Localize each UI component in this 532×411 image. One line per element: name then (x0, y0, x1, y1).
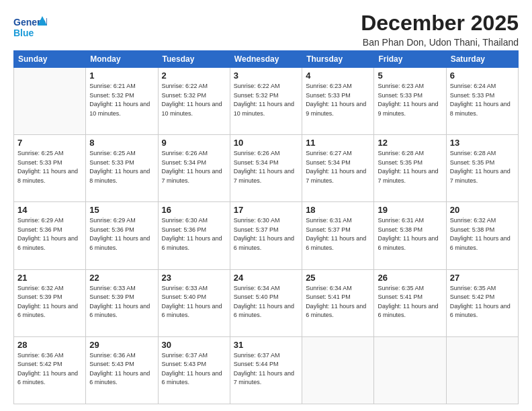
day-number: 25 (306, 273, 370, 283)
col-saturday: Saturday (446, 51, 518, 68)
day-info: Sunrise: 6:27 AMSunset: 5:34 PMDaylight:… (306, 150, 366, 184)
table-row: 10 Sunrise: 6:26 AMSunset: 5:34 PMDaylig… (230, 135, 302, 202)
table-row: 3 Sunrise: 6:22 AMSunset: 5:32 PMDayligh… (230, 68, 302, 135)
day-info: Sunrise: 6:31 AMSunset: 5:38 PMDaylight:… (378, 217, 438, 251)
day-info: Sunrise: 6:36 AMSunset: 5:43 PMDaylight:… (89, 352, 150, 386)
table-row: 14 Sunrise: 6:29 AMSunset: 5:36 PMDaylig… (14, 202, 86, 269)
table-row: 26 Sunrise: 6:35 AMSunset: 5:41 PMDaylig… (374, 269, 446, 336)
table-row: 29 Sunrise: 6:36 AMSunset: 5:43 PMDaylig… (86, 336, 158, 404)
day-info: Sunrise: 6:28 AMSunset: 5:35 PMDaylight:… (450, 150, 511, 184)
table-row (302, 336, 374, 404)
logo-svg: General Blue (13, 13, 47, 42)
day-info: Sunrise: 6:34 AMSunset: 5:40 PMDaylight:… (234, 285, 294, 319)
calendar-week-row: 21 Sunrise: 6:32 AMSunset: 5:39 PMDaylig… (14, 269, 519, 336)
table-row: 27 Sunrise: 6:35 AMSunset: 5:42 PMDaylig… (446, 269, 518, 336)
day-info: Sunrise: 6:21 AMSunset: 5:32 PMDaylight:… (89, 83, 150, 117)
day-info: Sunrise: 6:36 AMSunset: 5:42 PMDaylight:… (17, 352, 78, 386)
day-info: Sunrise: 6:35 AMSunset: 5:41 PMDaylight:… (378, 285, 438, 319)
table-row: 9 Sunrise: 6:26 AMSunset: 5:34 PMDayligh… (158, 135, 230, 202)
calendar-header-row: Sunday Monday Tuesday Wednesday Thursday… (14, 51, 519, 68)
day-number: 14 (17, 205, 82, 215)
table-row: 30 Sunrise: 6:37 AMSunset: 5:43 PMDaylig… (158, 336, 230, 404)
day-info: Sunrise: 6:30 AMSunset: 5:36 PMDaylight:… (162, 217, 222, 251)
day-info: Sunrise: 6:26 AMSunset: 5:34 PMDaylight:… (162, 150, 222, 184)
table-row: 23 Sunrise: 6:33 AMSunset: 5:40 PMDaylig… (158, 269, 230, 336)
day-number: 26 (378, 273, 442, 283)
col-sunday: Sunday (14, 51, 86, 68)
table-row: 21 Sunrise: 6:32 AMSunset: 5:39 PMDaylig… (14, 269, 86, 336)
day-number: 5 (378, 71, 442, 81)
table-row: 20 Sunrise: 6:32 AMSunset: 5:38 PMDaylig… (446, 202, 518, 269)
day-number: 2 (162, 71, 226, 81)
col-thursday: Thursday (302, 51, 374, 68)
day-number: 8 (89, 138, 154, 148)
day-info: Sunrise: 6:37 AMSunset: 5:44 PMDaylight:… (234, 352, 294, 386)
day-number: 29 (89, 340, 154, 350)
day-number: 16 (162, 205, 226, 215)
day-info: Sunrise: 6:23 AMSunset: 5:33 PMDaylight:… (378, 83, 438, 117)
day-number: 4 (306, 71, 370, 81)
table-row: 13 Sunrise: 6:28 AMSunset: 5:35 PMDaylig… (446, 135, 518, 202)
svg-text:Blue: Blue (13, 28, 34, 38)
calendar-subtitle: Ban Phan Don, Udon Thani, Thailand (361, 37, 519, 48)
table-row: 24 Sunrise: 6:34 AMSunset: 5:40 PMDaylig… (230, 269, 302, 336)
day-number: 7 (17, 138, 82, 148)
table-row: 7 Sunrise: 6:25 AMSunset: 5:33 PMDayligh… (14, 135, 86, 202)
day-info: Sunrise: 6:25 AMSunset: 5:33 PMDaylight:… (89, 150, 150, 184)
table-row: 18 Sunrise: 6:31 AMSunset: 5:37 PMDaylig… (302, 202, 374, 269)
day-info: Sunrise: 6:25 AMSunset: 5:33 PMDaylight:… (17, 150, 78, 184)
day-info: Sunrise: 6:33 AMSunset: 5:40 PMDaylight:… (162, 285, 222, 319)
day-number: 19 (378, 205, 442, 215)
table-row: 8 Sunrise: 6:25 AMSunset: 5:33 PMDayligh… (86, 135, 158, 202)
day-info: Sunrise: 6:22 AMSunset: 5:32 PMDaylight:… (162, 83, 222, 117)
day-info: Sunrise: 6:29 AMSunset: 5:36 PMDaylight:… (17, 217, 78, 251)
calendar-week-row: 14 Sunrise: 6:29 AMSunset: 5:36 PMDaylig… (14, 202, 519, 269)
table-row (374, 336, 446, 404)
calendar-table: Sunday Monday Tuesday Wednesday Thursday… (13, 50, 519, 404)
calendar-week-row: 28 Sunrise: 6:36 AMSunset: 5:42 PMDaylig… (14, 336, 519, 404)
day-number: 9 (162, 138, 226, 148)
day-info: Sunrise: 6:30 AMSunset: 5:37 PMDaylight:… (234, 217, 294, 251)
table-row: 12 Sunrise: 6:28 AMSunset: 5:35 PMDaylig… (374, 135, 446, 202)
day-info: Sunrise: 6:35 AMSunset: 5:42 PMDaylight:… (450, 285, 511, 319)
day-number: 3 (234, 71, 298, 81)
day-number: 21 (17, 273, 82, 283)
day-number: 12 (378, 138, 442, 148)
day-number: 27 (450, 273, 515, 283)
day-number: 11 (306, 138, 370, 148)
col-tuesday: Tuesday (158, 51, 230, 68)
day-number: 18 (306, 205, 370, 215)
day-number: 28 (17, 340, 82, 350)
day-number: 22 (89, 273, 154, 283)
calendar-title: December 2025 (361, 11, 519, 36)
logo: General Blue (13, 13, 47, 42)
calendar-week-row: 1 Sunrise: 6:21 AMSunset: 5:32 PMDayligh… (14, 68, 519, 135)
day-number: 30 (162, 340, 226, 350)
calendar-week-row: 7 Sunrise: 6:25 AMSunset: 5:33 PMDayligh… (14, 135, 519, 202)
day-info: Sunrise: 6:28 AMSunset: 5:35 PMDaylight:… (378, 150, 438, 184)
day-number: 17 (234, 205, 298, 215)
table-row: 1 Sunrise: 6:21 AMSunset: 5:32 PMDayligh… (86, 68, 158, 135)
table-row (14, 68, 86, 135)
day-info: Sunrise: 6:31 AMSunset: 5:37 PMDaylight:… (306, 217, 366, 251)
table-row: 25 Sunrise: 6:34 AMSunset: 5:41 PMDaylig… (302, 269, 374, 336)
day-info: Sunrise: 6:33 AMSunset: 5:39 PMDaylight:… (89, 285, 150, 319)
day-info: Sunrise: 6:24 AMSunset: 5:33 PMDaylight:… (450, 83, 511, 117)
day-info: Sunrise: 6:37 AMSunset: 5:43 PMDaylight:… (162, 352, 222, 386)
day-number: 23 (162, 273, 226, 283)
day-info: Sunrise: 6:32 AMSunset: 5:38 PMDaylight:… (450, 217, 511, 251)
col-wednesday: Wednesday (230, 51, 302, 68)
day-info: Sunrise: 6:32 AMSunset: 5:39 PMDaylight:… (17, 285, 78, 319)
day-number: 20 (450, 205, 515, 215)
table-row (446, 336, 518, 404)
table-row: 15 Sunrise: 6:29 AMSunset: 5:36 PMDaylig… (86, 202, 158, 269)
day-number: 24 (234, 273, 298, 283)
day-number: 6 (450, 71, 515, 81)
day-number: 13 (450, 138, 515, 148)
table-row: 5 Sunrise: 6:23 AMSunset: 5:33 PMDayligh… (374, 68, 446, 135)
col-monday: Monday (86, 51, 158, 68)
day-number: 31 (234, 340, 298, 350)
table-row: 2 Sunrise: 6:22 AMSunset: 5:32 PMDayligh… (158, 68, 230, 135)
table-row: 16 Sunrise: 6:30 AMSunset: 5:36 PMDaylig… (158, 202, 230, 269)
table-row: 19 Sunrise: 6:31 AMSunset: 5:38 PMDaylig… (374, 202, 446, 269)
